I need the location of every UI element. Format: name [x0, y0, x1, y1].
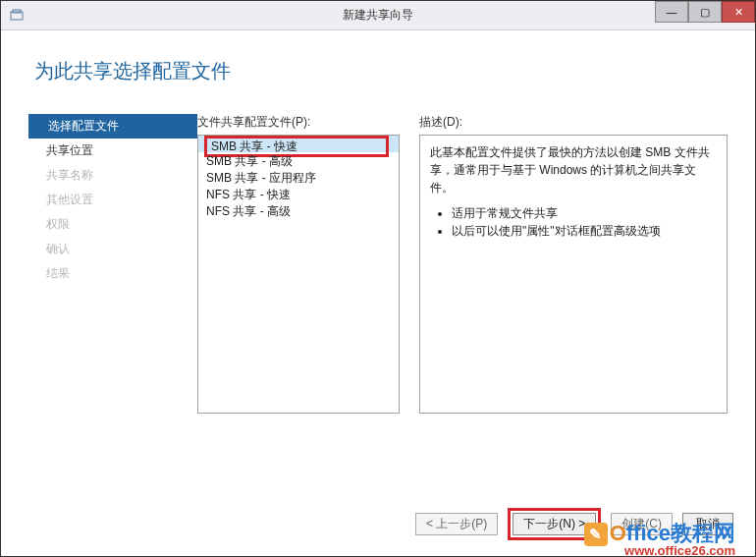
profile-item-smb-quick[interactable]: SMB 共享 - 快速 [198, 136, 399, 152]
previous-button: < 上一步(P) [415, 513, 498, 535]
app-icon [9, 8, 25, 24]
step-share-location[interactable]: 共享位置 [28, 139, 197, 163]
profile-list-label: 文件共享配置文件(P): [197, 114, 402, 131]
profile-item-smb-app[interactable]: SMB 共享 - 应用程序 [198, 169, 399, 186]
window-title: 新建共享向导 [343, 7, 413, 24]
profile-listbox[interactable]: SMB 共享 - 快速 SMB 共享 - 高级 SMB 共享 - 应用程序 NF… [197, 135, 400, 414]
step-permissions: 权限 [28, 212, 197, 237]
wizard-steps: 选择配置文件 共享位置 共享名称 其他设置 权限 确认 结果 [28, 114, 197, 414]
next-button[interactable]: 下一步(N) > [513, 513, 596, 535]
window-controls: — ▢ ✕ [655, 1, 755, 23]
minimize-button[interactable]: — [655, 1, 688, 23]
step-share-name: 共享名称 [28, 163, 197, 188]
create-button: 创建(C) [611, 513, 673, 535]
description-paragraph: 此基本配置文件提供了最快的方法以创建 SMB 文件共享，通常用于与基于 Wind… [430, 143, 717, 196]
step-confirm: 确认 [28, 237, 197, 261]
profile-item-nfs-quick[interactable]: NFS 共享 - 快速 [198, 186, 399, 202]
titlebar: 新建共享向导 — ▢ ✕ [1, 1, 755, 30]
description-box: 此基本配置文件提供了最快的方法以创建 SMB 文件共享，通常用于与基于 Wind… [419, 135, 728, 414]
content-area: 选择配置文件 共享位置 共享名称 其他设置 权限 确认 结果 文件共享配置文件(… [1, 84, 755, 414]
bullet-item: 以后可以使用"属性"对话框配置高级选项 [452, 222, 717, 240]
watermark-url: www.office26.com [624, 543, 735, 557]
page-heading: 为此共享选择配置文件 [1, 30, 755, 84]
description-column: 描述(D): 此基本配置文件提供了最快的方法以创建 SMB 文件共享，通常用于与… [419, 114, 728, 414]
step-result: 结果 [28, 261, 197, 286]
description-label: 描述(D): [419, 114, 728, 131]
maximize-button[interactable]: ▢ [688, 1, 722, 23]
profile-column: 文件共享配置文件(P): SMB 共享 - 快速 SMB 共享 - 高级 SMB… [197, 114, 402, 414]
profile-item-nfs-advanced[interactable]: NFS 共享 - 高级 [198, 202, 399, 219]
profile-item-smb-advanced[interactable]: SMB 共享 - 高级 [198, 152, 399, 169]
list-item-label: SMB 共享 - 快速 [211, 139, 297, 153]
cancel-button[interactable]: 取消 [682, 513, 733, 535]
wizard-footer: < 上一步(P) 下一步(N) > 创建(C) 取消 [415, 508, 733, 540]
annotation-highlight-next: 下一步(N) > [508, 508, 601, 540]
step-other-settings: 其他设置 [28, 188, 197, 212]
description-bullets: 适用于常规文件共享 以后可以使用"属性"对话框配置高级选项 [430, 204, 717, 240]
close-button[interactable]: ✕ [722, 1, 755, 23]
step-select-profile[interactable]: 选择配置文件 [28, 114, 197, 139]
bullet-item: 适用于常规文件共享 [452, 204, 717, 222]
